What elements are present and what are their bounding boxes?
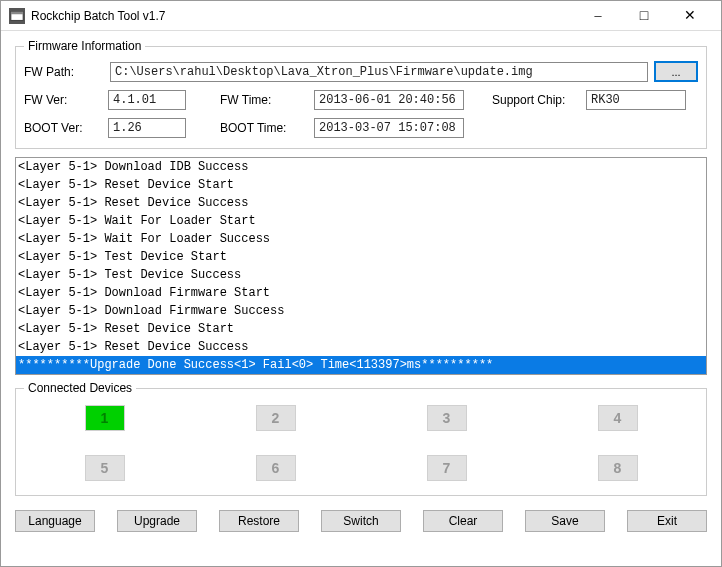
upgrade-button[interactable]: Upgrade xyxy=(117,510,197,532)
device-slot-3[interactable]: 3 xyxy=(427,405,467,431)
action-row: Language Upgrade Restore Switch Clear Sa… xyxy=(15,510,707,532)
app-icon xyxy=(9,8,25,24)
device-slot-8[interactable]: 8 xyxy=(598,455,638,481)
device-slot-4[interactable]: 4 xyxy=(598,405,638,431)
log-line: <Layer 5-1> Download Firmware Start xyxy=(16,284,706,302)
fw-time-input[interactable] xyxy=(314,90,464,110)
content: Firmware Information FW Path: ... FW Ver… xyxy=(1,31,721,566)
browse-label: ... xyxy=(671,66,680,78)
fw-meta-row-1: FW Ver: FW Time: Support Chip: xyxy=(24,90,698,110)
log-line: <Layer 5-1> Reset Device Start xyxy=(16,176,706,194)
log-line: <Layer 5-1> Wait For Loader Success xyxy=(16,230,706,248)
log-line: <Layer 5-1> Download IDB Success xyxy=(16,158,706,176)
boot-time-input[interactable] xyxy=(314,118,464,138)
boot-ver-input[interactable] xyxy=(108,118,186,138)
log-line: <Layer 5-1> Download Firmware Success xyxy=(16,302,706,320)
log-line: <Layer 5-1> Reset Device Start xyxy=(16,320,706,338)
titlebar: Rockchip Batch Tool v1.7 – □ ✕ xyxy=(1,1,721,31)
close-button[interactable]: ✕ xyxy=(667,1,713,31)
exit-button[interactable]: Exit xyxy=(627,510,707,532)
firmware-info-legend: Firmware Information xyxy=(24,39,145,53)
device-slot-7[interactable]: 7 xyxy=(427,455,467,481)
fw-ver-label: FW Ver: xyxy=(24,93,104,107)
switch-button[interactable]: Switch xyxy=(321,510,401,532)
restore-button[interactable]: Restore xyxy=(219,510,299,532)
device-slot-5[interactable]: 5 xyxy=(85,455,125,481)
support-chip-input[interactable] xyxy=(586,90,686,110)
device-slot-2[interactable]: 2 xyxy=(256,405,296,431)
fw-path-input[interactable] xyxy=(110,62,648,82)
log-line: <Layer 5-1> Wait For Loader Start xyxy=(16,212,706,230)
log-box[interactable]: <Layer 5-1> Download IDB Success<Layer 5… xyxy=(15,157,707,375)
boot-ver-label: BOOT Ver: xyxy=(24,121,104,135)
save-button[interactable]: Save xyxy=(525,510,605,532)
device-slot-6[interactable]: 6 xyxy=(256,455,296,481)
log-line: <Layer 5-1> Reset Device Success xyxy=(16,338,706,356)
maximize-button[interactable]: □ xyxy=(621,1,667,31)
browse-button[interactable]: ... xyxy=(654,61,698,82)
window-title: Rockchip Batch Tool v1.7 xyxy=(31,9,575,23)
support-chip-label: Support Chip: xyxy=(492,93,582,107)
minimize-button[interactable]: – xyxy=(575,1,621,31)
device-slot-1[interactable]: 1 xyxy=(85,405,125,431)
connected-devices-legend: Connected Devices xyxy=(24,381,136,395)
fw-ver-input[interactable] xyxy=(108,90,186,110)
language-button[interactable]: Language xyxy=(15,510,95,532)
clear-button[interactable]: Clear xyxy=(423,510,503,532)
fw-time-label: FW Time: xyxy=(220,93,310,107)
svg-rect-1 xyxy=(11,11,23,14)
connected-devices-group: Connected Devices 12345678 xyxy=(15,381,707,496)
fw-path-row: FW Path: ... xyxy=(24,61,698,82)
log-line-highlight: **********Upgrade Done Success<1> Fail<0… xyxy=(16,356,706,374)
fw-path-label: FW Path: xyxy=(24,65,104,79)
log-line: <Layer 5-1> Reset Device Success xyxy=(16,194,706,212)
firmware-info-group: Firmware Information FW Path: ... FW Ver… xyxy=(15,39,707,149)
device-grid: 12345678 xyxy=(24,405,698,481)
log-line: <Layer 5-1> Test Device Start xyxy=(16,248,706,266)
log-line: <Layer 5-1> Test Device Success xyxy=(16,266,706,284)
window-controls: – □ ✕ xyxy=(575,1,713,31)
boot-time-label: BOOT Time: xyxy=(220,121,310,135)
fw-meta-row-2: BOOT Ver: BOOT Time: xyxy=(24,118,698,138)
